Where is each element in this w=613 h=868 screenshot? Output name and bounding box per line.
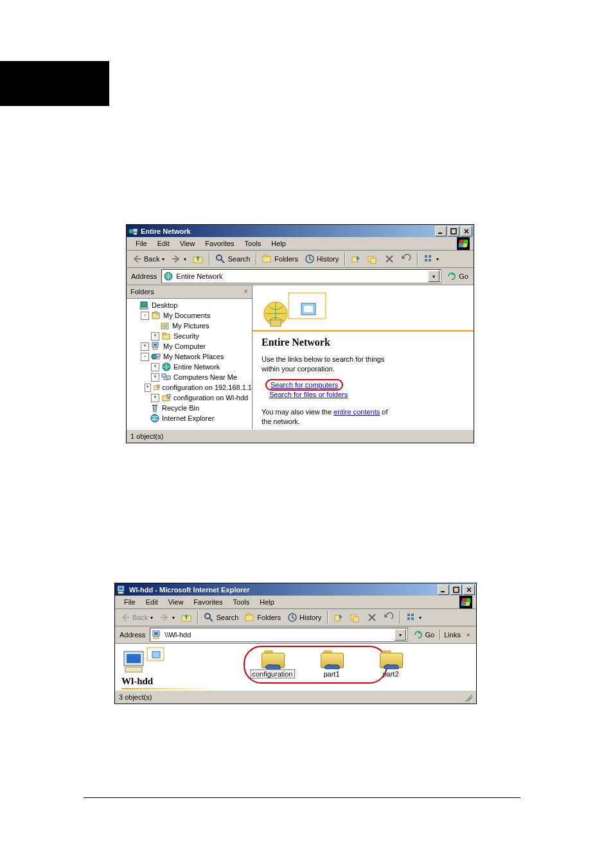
link-entire-contents[interactable]: entire contents	[333, 408, 380, 416]
history-button[interactable]: History	[302, 252, 341, 265]
back-label: Back	[144, 255, 159, 263]
back-button[interactable]: Back ▾	[118, 611, 155, 624]
forward-button[interactable]: ▾	[168, 252, 189, 265]
share-label: configuration	[251, 670, 294, 678]
search-label: Search	[227, 255, 250, 263]
delete-button[interactable]	[382, 252, 397, 265]
moveto-icon	[333, 612, 344, 623]
link-search-computers[interactable]: Search for computers	[271, 381, 338, 389]
share-item[interactable]: configuration	[250, 650, 295, 678]
expand-icon[interactable]: +	[151, 363, 159, 371]
forward-button[interactable]: ▾	[157, 611, 177, 624]
history-label: History	[299, 614, 321, 621]
tree-item[interactable]: Desktop	[127, 300, 252, 310]
items-area[interactable]: configurationpart1part2	[231, 644, 476, 690]
expand-icon[interactable]: +	[151, 373, 159, 382]
desktop-icon	[139, 301, 150, 310]
tree-item[interactable]: +configuration on 192.168.1.1	[127, 382, 252, 393]
undo-button[interactable]	[381, 611, 396, 624]
moveto-button[interactable]	[331, 611, 346, 624]
pane-close-button[interactable]: ×	[244, 287, 248, 296]
chevron-down-icon: ▾	[436, 256, 439, 262]
share-item[interactable]: part1	[309, 650, 354, 678]
minimize-button[interactable]	[438, 585, 449, 595]
menu-favorites[interactable]: Favorites	[188, 597, 227, 607]
go-button[interactable]: Go	[411, 628, 438, 641]
up-button[interactable]	[179, 611, 194, 624]
search-button[interactable]: Search	[201, 611, 241, 624]
menu-favorites[interactable]: Favorites	[200, 238, 239, 249]
svg-rect-19	[140, 307, 148, 309]
expand-icon[interactable]: +	[151, 332, 159, 341]
maximize-button[interactable]	[448, 226, 459, 236]
back-button[interactable]: Back ▾	[129, 252, 167, 265]
tree-item[interactable]: +Computers Near Me	[127, 372, 252, 382]
undo-button[interactable]	[398, 252, 414, 265]
history-icon	[305, 254, 315, 264]
folders-button[interactable]: Folders	[260, 252, 301, 265]
collapse-icon[interactable]: -	[141, 312, 149, 320]
share-item[interactable]: part2	[368, 650, 413, 678]
menu-edit[interactable]: Edit	[141, 597, 163, 607]
nearme-icon	[161, 373, 172, 382]
tree-label: Recycle Bin	[162, 404, 199, 412]
up-button[interactable]	[190, 252, 206, 265]
tree-item[interactable]: +configuration on Wl-hdd	[127, 393, 252, 403]
tree-item[interactable]: +My Computer	[127, 341, 252, 351]
menu-file[interactable]: File	[130, 238, 152, 249]
tree-item[interactable]: My Pictures	[127, 321, 252, 331]
tree-item[interactable]: +Entire Network	[127, 362, 252, 372]
menu-file[interactable]: File	[119, 597, 141, 607]
expand-icon[interactable]: +	[151, 394, 159, 402]
go-label: Go	[459, 272, 468, 280]
menu-help[interactable]: Help	[266, 238, 291, 249]
address-dropdown-button[interactable]: ▾	[395, 629, 406, 641]
menu-view[interactable]: View	[175, 238, 200, 249]
search-button[interactable]: Search	[213, 252, 253, 265]
menu-edit[interactable]: Edit	[152, 238, 175, 249]
expand-icon[interactable]: +	[141, 342, 149, 351]
maximize-button[interactable]	[450, 585, 462, 595]
folder-tree[interactable]: Desktop-My DocumentsMy Pictures+Security…	[127, 299, 252, 429]
close-button[interactable]	[463, 585, 475, 595]
copyto-button[interactable]	[348, 611, 363, 624]
collapse-icon[interactable]: -	[141, 353, 149, 361]
status-bar: 1 object(s)	[127, 429, 474, 443]
titlebar[interactable]: Entire Network	[127, 225, 474, 237]
resize-grip[interactable]	[463, 693, 472, 702]
delete-button[interactable]	[364, 611, 380, 624]
address-dropdown-button[interactable]: ▾	[428, 270, 440, 282]
links-button[interactable]: Links »	[440, 630, 474, 640]
views-button[interactable]: ▾	[404, 611, 424, 624]
folders-button[interactable]: Folders	[242, 611, 283, 624]
tree-item[interactable]: eInternet Explorer	[127, 413, 252, 423]
menu-view[interactable]: View	[163, 597, 189, 607]
go-button[interactable]: Go	[444, 270, 471, 283]
titlebar[interactable]: Wl-hdd - Microsoft Internet Explorer	[115, 583, 476, 596]
minimize-button[interactable]	[435, 226, 447, 236]
svg-rect-46	[271, 320, 281, 326]
tree-label: My Documents	[163, 312, 210, 319]
tree-item[interactable]: +Security	[127, 331, 252, 341]
svg-rect-16	[429, 259, 431, 261]
links-label: Links	[444, 631, 461, 639]
copyto-button[interactable]	[365, 252, 380, 265]
menu-help[interactable]: Help	[254, 597, 280, 607]
menu-tools[interactable]: Tools	[240, 238, 267, 249]
svg-rect-49	[118, 592, 123, 594]
address-combo[interactable]: \\Wl-hdd ▾	[150, 628, 407, 642]
close-button[interactable]	[461, 226, 472, 236]
address-combo[interactable]: Entire Network ▾	[161, 269, 441, 283]
history-button[interactable]: History	[285, 611, 324, 624]
tree-item[interactable]: Recycle Bin	[127, 403, 252, 413]
link-search-files[interactable]: Search for files or folders	[269, 391, 465, 398]
expand-icon[interactable]: +	[145, 384, 151, 392]
menu-tools[interactable]: Tools	[228, 597, 255, 607]
window-wlhdd: Wl-hdd - Microsoft Internet Explorer Fil…	[114, 583, 477, 704]
tree-item[interactable]: -My Documents	[127, 310, 252, 321]
tree-item[interactable]: -My Network Places	[127, 351, 252, 362]
tree-label: My Pictures	[172, 322, 209, 330]
back-arrow-icon	[120, 612, 130, 623]
views-button[interactable]: ▾	[421, 252, 441, 265]
moveto-button[interactable]	[348, 252, 364, 265]
